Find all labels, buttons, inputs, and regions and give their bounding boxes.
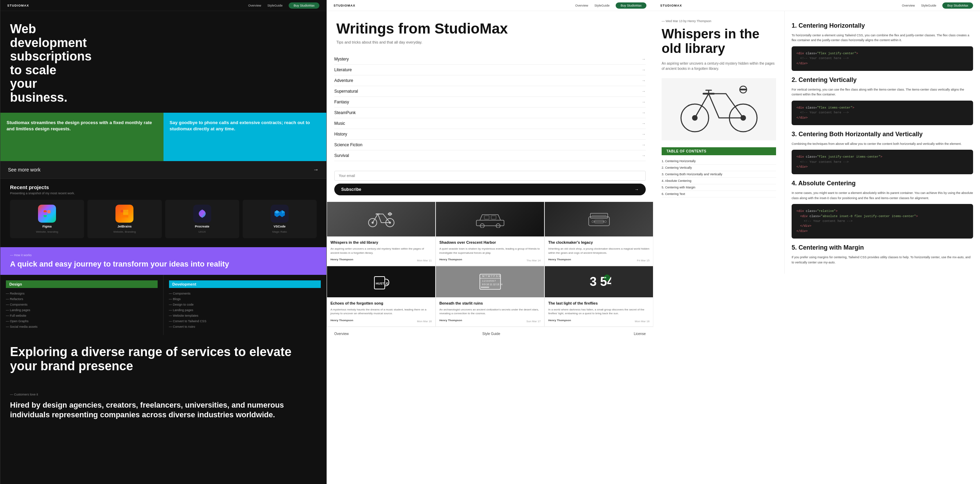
dev-item-2: — Design to code [169, 302, 321, 307]
article-author-2: Henry Thompson [548, 258, 571, 261]
cat-arrow: → [641, 132, 646, 137]
code-text-0: <div class="flex justify-center"> <!-- Y… [797, 51, 968, 66]
code-block-0: <div class="flex justify-center"> <!-- Y… [792, 46, 973, 71]
toc-item-3[interactable]: 4. Absolute Centering [662, 178, 776, 184]
svg-text:8 9 10 11 12 13 14: 8 9 10 11 12 13 14 [482, 283, 502, 285]
p2-hero-title: Writings from StudioMax [336, 21, 644, 37]
dev-header: Development [169, 280, 321, 288]
panel2-nav-styleguide[interactable]: StyleGuide [594, 4, 609, 7]
article-card-1[interactable]: Shadows over Crescent Harbor A quiet sea… [436, 202, 544, 266]
nav-overview[interactable]: Overview [248, 4, 261, 7]
panel3-nav: STUDIOMAX Overview StyleGuide Buy Studio… [653, 0, 980, 11]
article-card-2[interactable]: The clockmaker's legacy Inheriting an ol… [544, 202, 653, 266]
cat-music[interactable]: Music → [334, 118, 646, 129]
cat-history[interactable]: History → [334, 129, 646, 140]
panel3-nav-cta[interactable]: Buy StudioMax [942, 2, 973, 9]
figma-type: Website, branding [36, 230, 58, 233]
subscribe-section: Subscribe → [327, 167, 653, 202]
figma-icon [38, 205, 56, 223]
cat-adventure[interactable]: Adventure → [334, 75, 646, 86]
article-subtitle: An aspiring writer uncovers a century-ol… [662, 61, 776, 71]
footer-styleguide[interactable]: Style Guide [482, 332, 500, 336]
cat-arrow: → [641, 142, 646, 147]
article-card-3[interactable]: HUSTLE Echoes of the forgotten song A my… [327, 266, 436, 327]
panel2-nav-overview[interactable]: Overview [575, 4, 589, 7]
article-body-0: Whispers in the old library An aspiring … [327, 236, 435, 266]
article-title-4: Beneath the starlit ruins [439, 301, 541, 306]
toc-item-1[interactable]: 2. Centering Vertically [662, 164, 776, 171]
see-more-arrow: → [313, 167, 319, 173]
cat-fantasy[interactable]: Fantasy → [334, 97, 646, 108]
nav-styleguide[interactable]: StyleGuide [267, 4, 282, 7]
procreate-name: Procreate [195, 225, 210, 228]
code-text-3: <div class="relative"> <div class="absol… [797, 209, 968, 234]
code-block-3: <div class="relative"> <div class="absol… [792, 204, 973, 239]
customers-text: Hired by design agencies, creators, free… [10, 400, 317, 420]
panel3-nav-styleguide[interactable]: StyleGuide [921, 4, 936, 7]
procreate-type: UI/UX [199, 230, 206, 233]
dev-services: Development — Components — Blogs — Desig… [164, 275, 327, 335]
article-card-5[interactable]: 3 54 The last light of the fireflies In … [544, 266, 653, 327]
section-title-4: 5. Centering with Margin [792, 244, 973, 252]
cat-sci-fi[interactable]: Science Fiction → [334, 140, 646, 150]
services-title: Exploring a diverse range of services to… [0, 335, 326, 383]
section-title-0: 1. Centering Horizontally [792, 22, 973, 29]
design-item-4: — Full website [6, 313, 158, 318]
nav-cta[interactable]: Buy StudioMax [289, 2, 320, 9]
footer-nav: Overview Style Guide License [327, 327, 653, 341]
email-input[interactable] [334, 171, 646, 181]
toc-item-2[interactable]: 3. Centering Both Horizontally and Verti… [662, 171, 776, 178]
footer-overview[interactable]: Overview [334, 332, 349, 336]
article-card-4[interactable]: M T W T F S S 1 2 3 4 5 6 7 8 9 10 11 12… [436, 266, 544, 327]
cat-supernatural[interactable]: Supernatural → [334, 86, 646, 97]
article-date-4: Sun Mar 17 [527, 320, 541, 323]
article-desc-1: A quiet seaside town is shaken by myster… [439, 247, 541, 255]
toc-header: TABLE OF CONTENTS [662, 147, 776, 155]
panel2-nav-links: Overview StyleGuide Buy StudioMax [575, 2, 646, 9]
dev-item-6: — Convert to Astro [169, 324, 321, 330]
article-author-1: Henry Thompson [439, 258, 462, 261]
cat-mystery[interactable]: Mystery → [334, 54, 646, 65]
cat-arrow: → [641, 78, 646, 83]
svg-text:1 2 3 4 5 6 7: 1 2 3 4 5 6 7 [482, 280, 496, 282]
design-item-0: — Redesigns [6, 291, 158, 296]
article-content: 1. Centering Horizontally To horizontall… [785, 11, 980, 274]
cat-steampunk[interactable]: SteamPunk → [334, 108, 646, 118]
footer-license[interactable]: License [634, 332, 646, 336]
cat-literature[interactable]: Literature → [334, 65, 646, 75]
vscode-name: VSCode [274, 225, 286, 228]
svg-text:HUSTLE: HUSTLE [376, 282, 388, 285]
logo-card-procreate[interactable]: Procreate UI/UX [165, 200, 239, 238]
article-desc-5: In a world where darkness has fallen, a … [548, 308, 649, 315]
toc-item-5[interactable]: 6. Centering Text [662, 191, 776, 197]
logo-card-vscode[interactable]: VSCode Magic Ratio [243, 200, 317, 238]
subscribe-arrow: → [635, 187, 639, 192]
section-content-1: For vertical centering, you can use the … [792, 87, 973, 97]
vscode-icon [270, 205, 289, 223]
article-desc-4: An archaeologist uncovers an ancient civ… [439, 308, 541, 315]
article-title-0: Whispers in the old library [331, 240, 432, 245]
article-body-1: Shadows over Crescent Harbor A quiet sea… [436, 236, 544, 266]
see-more-button[interactable]: See more work → [0, 161, 326, 179]
logo-card-figma[interactable]: Figma Website, branding [10, 200, 84, 238]
article-title: Whispers in the old library [662, 27, 776, 56]
toc-item-0[interactable]: 1. Centering Horizontally [662, 158, 776, 164]
article-sidebar: — Wed Mar 13 by Henry Thompson Whispers … [653, 11, 785, 274]
panel3-nav-overview[interactable]: Overview [902, 4, 915, 7]
blue-box-text: Say goodbye to phone calls and extensive… [170, 119, 320, 132]
toc-item-4[interactable]: 5. Centering with Margin [662, 184, 776, 191]
svg-rect-17 [590, 213, 608, 218]
logo-card-jetbrains[interactable]: JetBrains Website, Branding [88, 200, 161, 238]
how-label: — How it works [10, 253, 317, 257]
see-more-label: See more work [8, 167, 40, 172]
code-block-2: <div class="flex justify-center items-ce… [792, 150, 973, 174]
cat-arrow: → [641, 67, 646, 72]
customers-label: — Customers love it [10, 393, 317, 396]
article-card-0[interactable]: Whispers in the old library An aspiring … [327, 202, 436, 266]
panel2-nav-cta[interactable]: Buy StudioMax [616, 2, 646, 9]
categories-list: Mystery → Literature → Adventure → Super… [327, 54, 653, 167]
article-body-2: The clockmaker's legacy Inheriting an ol… [545, 236, 653, 266]
article-author-5: Henry Thompson [548, 319, 571, 322]
cat-survival[interactable]: Survival → [334, 150, 646, 161]
subscribe-button[interactable]: Subscribe → [334, 183, 646, 195]
